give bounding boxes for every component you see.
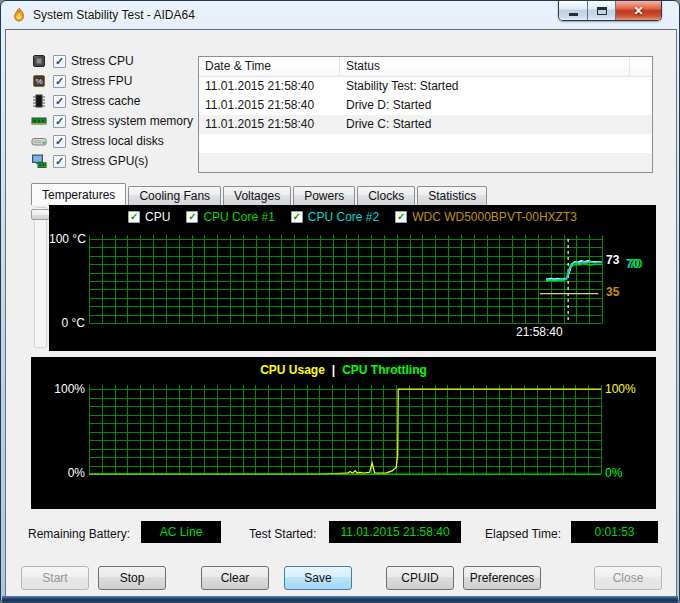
log-cell-status	[340, 134, 630, 153]
usage-axis-min-label: 0%	[49, 466, 85, 480]
log-cell-datetime	[199, 153, 340, 172]
log-column-header-2[interactable]: Status	[340, 57, 630, 76]
log-cell-status: Drive C: Started	[340, 115, 630, 134]
elapsed-time-value: 0:01:53	[594, 525, 634, 539]
stress-option-stress-gpu-s: ✓Stress GPU(s)	[31, 151, 193, 171]
clear-button[interactable]: Clear	[201, 566, 269, 590]
log-cell-datetime: 11.01.2015 21:58:40	[199, 96, 340, 115]
test-started-value: 11.01.2015 21:58:40	[340, 525, 449, 539]
app-flame-icon	[11, 7, 27, 23]
tab-temperatures[interactable]: Temperatures	[31, 183, 126, 205]
battery-value: AC Line	[160, 525, 203, 539]
tab-statistics[interactable]: Statistics	[417, 186, 487, 205]
elapsed-time-label: Elapsed Time:	[485, 527, 561, 541]
checkbox-stress-gpu-s[interactable]: ✓	[53, 155, 66, 168]
tab-clocks[interactable]: Clocks	[357, 186, 415, 205]
legend-label: WDC WD5000BPVT-00HXZT3	[412, 210, 577, 224]
checkbox-stress-local-disks[interactable]: ✓	[53, 135, 66, 148]
stop-button[interactable]: Stop	[98, 566, 166, 590]
checkbox-stress-system-memory[interactable]: ✓	[53, 115, 66, 128]
gpu-icon	[31, 153, 47, 169]
temperature-scale-slider[interactable]	[34, 207, 47, 348]
cpuid-button[interactable]: CPUID	[386, 566, 454, 590]
temperature-legend: ✓CPU✓CPU Core #1✓CPU Core #2✓WDC WD5000B…	[49, 210, 656, 224]
window-bottom-frame	[2, 596, 678, 602]
legend-item: ✓CPU	[128, 210, 170, 224]
temp-time-label: 21:58:40	[516, 325, 563, 339]
label-stress-gpu-s: Stress GPU(s)	[71, 154, 148, 168]
event-log-header: Date & TimeStatus	[199, 57, 652, 77]
usage-title-part: CPU Usage	[260, 363, 325, 377]
temperature-value-label: 70	[629, 257, 642, 271]
log-column-header-3[interactable]	[630, 57, 652, 76]
legend-item: ✓WDC WD5000BPVT-00HXZT3	[395, 210, 577, 224]
label-stress-fpu: Stress FPU	[71, 74, 132, 88]
label-stress-cache: Stress cache	[71, 94, 140, 108]
temperature-chart	[89, 239, 602, 323]
caption-buttons: ✕	[558, 1, 662, 21]
log-cell-status: Stability Test: Started	[340, 77, 630, 96]
legend-checkbox[interactable]: ✓	[291, 211, 303, 223]
svg-text:%: %	[35, 77, 42, 86]
legend-checkbox[interactable]: ✓	[395, 211, 407, 223]
fpu-icon: %	[31, 73, 47, 89]
log-cell-status	[340, 153, 630, 172]
stress-option-stress-system-memory: ✓Stress system memory	[31, 111, 193, 131]
stress-option-stress-cpu: ✓Stress CPU	[31, 51, 193, 71]
preferences-button[interactable]: Preferences	[463, 566, 541, 590]
label-stress-cpu: Stress CPU	[71, 54, 134, 68]
elapsed-time-value-box: 0:01:53	[571, 521, 658, 543]
cpu-icon	[31, 53, 47, 69]
save-button[interactable]: Save	[284, 566, 352, 590]
usage-right-label: 0%	[605, 466, 622, 480]
slider-thumb[interactable]	[31, 209, 50, 220]
log-row-empty	[199, 134, 652, 153]
label-stress-local-disks: Stress local disks	[71, 134, 164, 148]
log-row[interactable]: 11.01.2015 21:58:40Drive C: Started	[199, 115, 652, 134]
temp-axis-max-label: 100 °C	[49, 232, 85, 246]
cpu-usage-chart-panel: CPU Usage|CPU Throttling 100% 0% 100%0%	[31, 357, 656, 509]
minimize-button[interactable]	[559, 1, 588, 20]
event-log-rows: 11.01.2015 21:58:40Stability Test: Start…	[199, 77, 652, 172]
checkbox-stress-fpu[interactable]: ✓	[53, 75, 66, 88]
tab-cooling-fans[interactable]: Cooling Fans	[128, 186, 221, 205]
stability-test-window: System Stability Test - AIDA64 ✕ ✓Stress…	[0, 0, 680, 603]
temperature-value-label: 35	[606, 285, 619, 299]
usage-title-part: |	[332, 363, 335, 377]
tab-voltages[interactable]: Voltages	[223, 186, 291, 205]
window-title: System Stability Test - AIDA64	[33, 8, 195, 22]
stress-options-list: ✓Stress CPU%✓Stress FPU✓Stress cache✓Str…	[31, 51, 193, 171]
close-icon: ✕	[633, 5, 643, 17]
label-stress-system-memory: Stress system memory	[71, 114, 193, 128]
usage-axis-max-label: 100%	[49, 382, 85, 396]
close-button[interactable]: ✕	[616, 1, 661, 20]
battery-label: Remaining Battery:	[28, 527, 130, 541]
cache-icon	[31, 93, 47, 109]
usage-title-part: CPU Throttling	[342, 363, 427, 377]
log-cell-datetime	[199, 134, 340, 153]
disk-icon	[31, 133, 47, 149]
log-row[interactable]: 11.01.2015 21:58:40Stability Test: Start…	[199, 77, 652, 96]
log-row[interactable]: 11.01.2015 21:58:40Drive D: Started	[199, 96, 652, 115]
legend-checkbox[interactable]: ✓	[128, 211, 140, 223]
legend-checkbox[interactable]: ✓	[186, 211, 198, 223]
stress-option-stress-local-disks: ✓Stress local disks	[31, 131, 193, 151]
stress-option-stress-cache: ✓Stress cache	[31, 91, 193, 111]
test-started-label: Test Started:	[249, 527, 316, 541]
battery-value-box: AC Line	[141, 521, 221, 543]
checkbox-stress-cpu[interactable]: ✓	[53, 55, 66, 68]
test-started-value-box: 11.01.2015 21:58:40	[329, 521, 461, 543]
checkbox-stress-cache[interactable]: ✓	[53, 95, 66, 108]
maximize-button[interactable]	[588, 1, 616, 20]
start-button: Start	[21, 566, 89, 590]
log-cell-datetime: 11.01.2015 21:58:40	[199, 115, 340, 134]
stress-option-stress-fpu: %✓Stress FPU	[31, 71, 193, 91]
log-column-header-1[interactable]: Date & Time	[199, 57, 340, 76]
event-log-table: Date & TimeStatus 11.01.2015 21:58:40Sta…	[198, 56, 653, 173]
log-row-empty	[199, 153, 652, 172]
cpu-usage-title: CPU Usage|CPU Throttling	[31, 363, 656, 377]
legend-label: CPU	[145, 210, 170, 224]
cpu-usage-chart	[89, 389, 601, 474]
titlebar: System Stability Test - AIDA64 ✕	[1, 1, 679, 29]
tab-powers[interactable]: Powers	[293, 186, 355, 205]
